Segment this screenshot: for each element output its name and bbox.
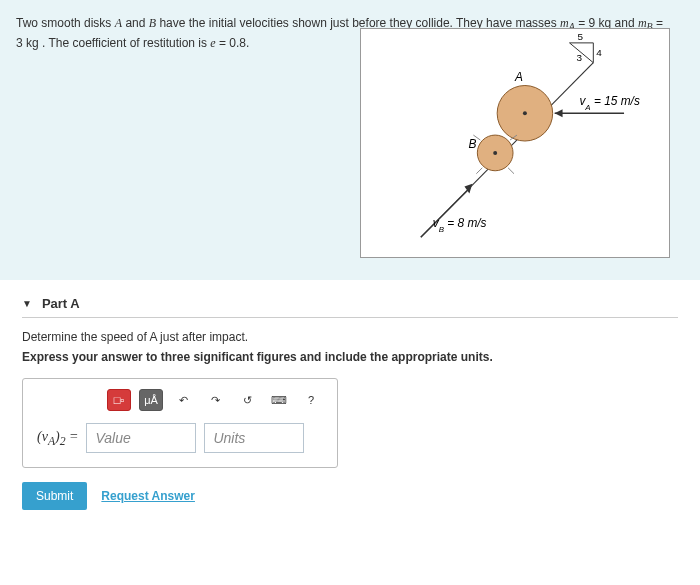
svg-point-1 [523, 111, 527, 115]
submit-button[interactable]: Submit [22, 482, 87, 510]
part-header[interactable]: ▼ Part A [22, 296, 678, 318]
undo-button[interactable]: ↶ [171, 389, 195, 411]
svg-point-4 [493, 151, 497, 155]
request-answer-link[interactable]: Request Answer [101, 489, 195, 503]
figure-box: 5 4 3 A vA = 15 m/s B [360, 28, 670, 258]
keyboard-button[interactable]: ⌨ [267, 389, 291, 411]
triangle-hyp-label: 3 [576, 52, 582, 63]
triangle-top-label: 5 [577, 31, 583, 42]
svg-marker-3 [555, 109, 563, 117]
answer-toolbar: □▫ μÅ ↶ ↷ ↺ ⌨ ? [107, 389, 323, 411]
part-question: Determine the speed of A just after impa… [22, 330, 678, 344]
templates-button[interactable]: □▫ [107, 389, 131, 411]
redo-button[interactable]: ↷ [203, 389, 227, 411]
greek-button[interactable]: μÅ [139, 389, 163, 411]
problem-statement-panel: Two smooth disks A and B have the initia… [0, 0, 700, 280]
disk-b-label: B [468, 137, 476, 151]
disk-a-label: A [514, 70, 523, 84]
help-button[interactable]: ? [299, 389, 323, 411]
collapse-caret-icon[interactable]: ▼ [22, 298, 32, 309]
part-instruction: Express your answer to three significant… [22, 350, 678, 364]
answer-box: □▫ μÅ ↶ ↷ ↺ ⌨ ? (vA)2 = Value Units [22, 378, 338, 468]
units-input[interactable]: Units [204, 423, 304, 453]
triangle-right-label: 4 [596, 47, 602, 58]
svg-line-8 [508, 168, 514, 174]
answer-input-row: (vA)2 = Value Units [37, 423, 323, 453]
value-input[interactable]: Value [86, 423, 196, 453]
vb-label: vB = 8 m/s [433, 216, 487, 234]
collision-diagram: 5 4 3 A vA = 15 m/s B [361, 29, 669, 257]
va-label: vA = 15 m/s [579, 94, 639, 112]
svg-line-7 [476, 168, 482, 174]
variable-label: (vA)2 = [37, 429, 78, 448]
part-label: Part A [42, 296, 80, 311]
submit-row: Submit Request Answer [22, 482, 678, 510]
part-a-section: ▼ Part A Determine the speed of A just a… [0, 280, 700, 526]
reset-button[interactable]: ↺ [235, 389, 259, 411]
